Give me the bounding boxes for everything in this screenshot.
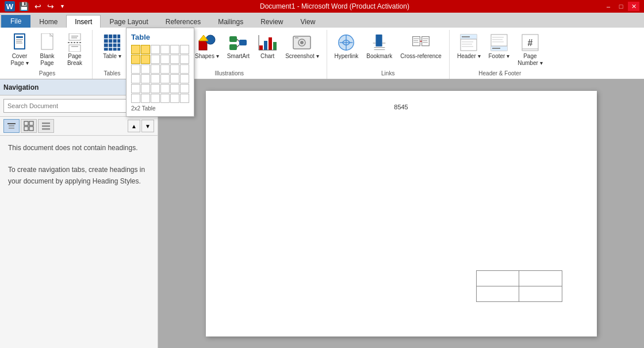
- tg-r3c3[interactable]: [151, 64, 160, 74]
- tg-r2c3[interactable]: [151, 55, 160, 64]
- tg-r2c2[interactable]: [141, 55, 150, 64]
- tg-r4c5[interactable]: [170, 74, 179, 83]
- tg-r2c5[interactable]: [170, 55, 179, 64]
- tg-r2c6[interactable]: [180, 55, 189, 64]
- search-input[interactable]: [3, 99, 128, 113]
- tg-r6c5[interactable]: [170, 94, 179, 103]
- cover-page-icon: [10, 33, 29, 52]
- nav-prev-button[interactable]: ▲: [128, 120, 140, 132]
- tg-r6c6[interactable]: [180, 94, 189, 103]
- svg-rect-36: [264, 41, 267, 50]
- shapes-button[interactable]: Shapes ▾: [192, 31, 222, 62]
- tg-r1c3[interactable]: [151, 45, 160, 54]
- tg-r4c2[interactable]: [141, 74, 150, 83]
- tables-group-label: Tables: [104, 69, 121, 78]
- hyperlink-button[interactable]: Hyperlink: [332, 31, 362, 62]
- nav-view-pages-button[interactable]: [21, 119, 37, 133]
- nav-view-headings-button[interactable]: [3, 119, 20, 133]
- tg-r5c3[interactable]: [151, 84, 160, 93]
- tab-home[interactable]: Home: [30, 15, 66, 28]
- tg-r1c6[interactable]: [180, 45, 189, 54]
- svg-rect-58: [422, 37, 430, 46]
- tg-r2c1[interactable]: [131, 55, 140, 64]
- svg-rect-59: [423, 39, 428, 39]
- document-page[interactable]: 8545: [206, 91, 597, 336]
- tg-r1c1[interactable]: [131, 45, 140, 54]
- svg-rect-2: [16, 36, 23, 38]
- header-button[interactable]: Header ▾: [454, 31, 484, 62]
- tg-r1c4[interactable]: [160, 45, 170, 54]
- pagenumber-button[interactable]: # PageNumber ▾: [515, 31, 545, 69]
- svg-rect-15: [104, 35, 120, 51]
- pagenumber-label: PageNumber ▾: [518, 53, 542, 67]
- tg-r6c1[interactable]: [131, 94, 140, 103]
- footer-button[interactable]: Footer ▾: [486, 31, 513, 62]
- close-button[interactable]: ✕: [628, 2, 639, 11]
- svg-rect-68: [462, 44, 472, 45]
- shapes-icon: [198, 33, 216, 52]
- footer-label: Footer ▾: [489, 53, 510, 60]
- tg-r1c5[interactable]: [170, 45, 179, 54]
- qa-dropdown-btn[interactable]: ▼: [58, 3, 67, 9]
- chart-button[interactable]: Chart: [255, 31, 280, 62]
- tab-file[interactable]: File: [1, 15, 30, 28]
- tab-insert[interactable]: Insert: [66, 15, 101, 28]
- blank-page-button[interactable]: BlankPage: [34, 31, 60, 69]
- tab-review[interactable]: Review: [252, 15, 292, 28]
- svg-rect-74: [492, 37, 504, 38]
- svg-rect-83: [24, 121, 28, 125]
- save-quick-btn[interactable]: 💾: [17, 2, 30, 11]
- crossref-icon: [412, 33, 430, 52]
- tab-mailings[interactable]: Mailings: [209, 15, 252, 28]
- tg-r1c2[interactable]: [141, 45, 150, 54]
- redo-quick-btn[interactable]: ↪: [45, 2, 56, 11]
- svg-rect-55: [413, 39, 419, 39]
- tg-r3c1[interactable]: [131, 64, 140, 74]
- tg-r4c1[interactable]: [131, 74, 140, 83]
- tab-view[interactable]: View: [292, 15, 324, 28]
- cover-page-button[interactable]: CoverPage ▾: [7, 31, 32, 69]
- svg-rect-72: [492, 48, 500, 49]
- tg-r5c1[interactable]: [131, 84, 140, 93]
- nav-next-button[interactable]: ▼: [141, 120, 154, 132]
- tab-pagelayout[interactable]: Page Layout: [101, 15, 156, 28]
- tg-r5c5[interactable]: [170, 84, 179, 93]
- tg-r3c5[interactable]: [170, 64, 179, 74]
- svg-rect-3: [16, 39, 23, 40]
- crossref-button[interactable]: Cross-reference: [397, 31, 444, 62]
- tg-r3c6[interactable]: [180, 64, 189, 74]
- tg-r5c4[interactable]: [160, 84, 170, 93]
- table-grid-selector[interactable]: [131, 45, 189, 103]
- screenshot-button[interactable]: Screenshot ▾: [282, 31, 321, 62]
- table-button[interactable]: Table ▾: [97, 31, 127, 62]
- svg-rect-85: [24, 127, 28, 131]
- svg-point-43: [300, 41, 304, 44]
- tg-r4c3[interactable]: [151, 74, 160, 83]
- tg-r6c2[interactable]: [141, 94, 150, 103]
- svg-rect-37: [269, 37, 272, 50]
- svg-rect-54: [413, 37, 420, 46]
- svg-rect-67: [462, 41, 473, 43]
- maximize-button[interactable]: □: [615, 2, 627, 11]
- tg-r4c4[interactable]: [160, 74, 170, 83]
- tab-references[interactable]: References: [157, 15, 209, 28]
- tg-r5c6[interactable]: [180, 84, 189, 93]
- header-icon: [459, 33, 478, 52]
- tg-r3c4[interactable]: [160, 64, 170, 74]
- tg-r6c4[interactable]: [160, 94, 170, 103]
- table-tooltip: Table: [126, 28, 194, 117]
- undo-quick-btn[interactable]: ↩: [33, 2, 43, 11]
- tg-r2c4[interactable]: [160, 55, 170, 64]
- shapes-label: Shapes ▾: [195, 53, 219, 60]
- page-break-button[interactable]: PageBreak: [62, 31, 87, 69]
- bookmark-button[interactable]: Bookmark: [363, 31, 395, 62]
- smartart-button[interactable]: SmartArt: [224, 31, 252, 62]
- no-headings-text: This document does not contain headings.: [8, 143, 150, 154]
- tg-r5c2[interactable]: [141, 84, 150, 93]
- minimize-button[interactable]: –: [603, 2, 614, 11]
- nav-view-results-button[interactable]: [38, 119, 54, 133]
- tg-r3c2[interactable]: [141, 64, 150, 74]
- screenshot-label: Screenshot ▾: [285, 53, 319, 60]
- tg-r6c3[interactable]: [151, 94, 160, 103]
- tg-r4c6[interactable]: [180, 74, 189, 83]
